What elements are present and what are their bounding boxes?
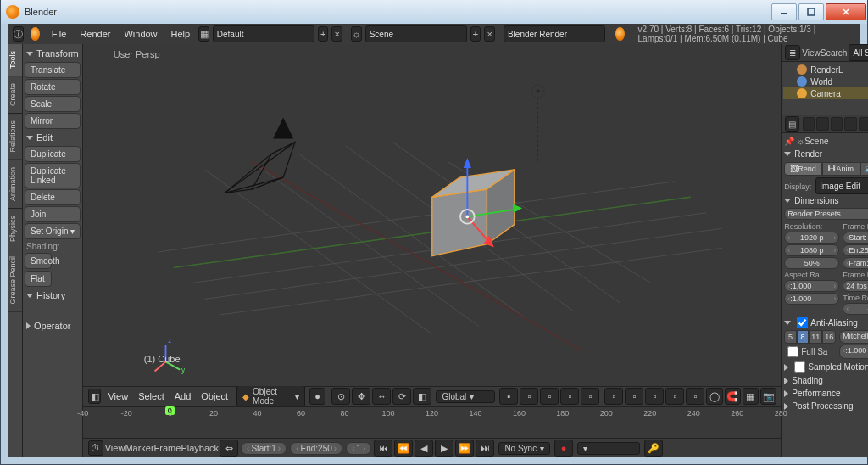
render-presets-dropdown[interactable]: Render Presets▾ + − [784,208,868,220]
frame-current-field[interactable]: ‹1› [346,442,371,455]
render-panel-header[interactable]: Render [784,148,868,160]
full-sample-checkbox[interactable] [787,346,798,357]
scene-icon[interactable]: ☼ [351,26,362,42]
editor-type-timeline-icon[interactable]: ⏱ [88,440,103,456]
outliner-body[interactable]: RenderL World Camera👁 ✎ 📷 [782,62,868,115]
edit-panel-header[interactable]: Edit [25,130,81,145]
render-engine-dropdown[interactable]: Blender Render [504,25,605,42]
outliner-item-renderlayers[interactable]: RenderL [783,64,868,76]
proportional-edit-icon[interactable]: ◯ [706,388,722,405]
post-processing-header[interactable]: Post Processing [784,400,868,412]
shading-header[interactable]: Shading [784,374,868,387]
menu-file[interactable]: File [45,26,74,42]
time-remap-field[interactable]: ‹·1› [843,303,868,315]
menu-window[interactable]: Window [117,26,164,42]
manipulator-translate-icon[interactable]: ↔ [372,388,391,405]
dimensions-panel-header[interactable]: Dimensions [784,194,868,207]
duplicate-linked-button[interactable]: Duplicate Linked [25,163,81,188]
window-maximize-button[interactable] [798,3,824,20]
key-insert-icon[interactable]: 🔑 [644,440,663,457]
performance-header[interactable]: Performance [784,387,868,400]
tool-tab-physics[interactable]: Physics [8,209,22,249]
vp-menu-select[interactable]: Select [133,391,170,401]
vp-menu-add[interactable]: Add [170,391,197,401]
manipulator-scale-icon[interactable]: ◧ [413,388,431,405]
res-x-field[interactable]: ‹1920 p› [784,232,839,244]
operator-panel-header[interactable]: Operator [25,318,81,333]
render-still-button[interactable]: 🖼Rend [784,162,822,176]
aa-checkbox[interactable] [797,317,808,328]
rotate-button[interactable]: Rotate [25,79,81,95]
res-y-field[interactable]: ‹1080 p› [784,244,839,256]
timeline[interactable]: -40-200204060801001201401601802002202402… [83,406,782,438]
prop-tab-scene-icon[interactable] [831,117,843,131]
window-minimize-button[interactable] [771,3,797,20]
aa-filter-dropdown[interactable]: Mitchell-▾ [839,330,868,344]
vp-menu-view[interactable]: View [103,391,133,401]
3d-viewport[interactable]: User Persp [83,44,782,386]
outliner-view[interactable]: View [802,48,821,58]
aa-8-button[interactable]: 8 [797,330,809,344]
layout-remove-button[interactable]: × [331,26,342,42]
render-audio-button[interactable]: 🔊Audio [860,162,868,176]
frame-step-field[interactable]: ‹Fram:1› [843,257,868,269]
aa-11-button[interactable]: 11 [809,330,822,344]
scene-remove-button[interactable]: × [484,26,495,42]
duplicate-button[interactable]: Duplicate [25,146,81,162]
history-panel-header[interactable]: History [25,288,81,303]
tl-menu-frame[interactable]: Frame [154,443,181,453]
outliner-item-camera[interactable]: Camera👁 ✎ 📷 [783,87,868,99]
tl-menu-playback[interactable]: Playback [181,443,219,453]
prop-tab-world-icon[interactable] [844,117,857,131]
aa-16-button[interactable]: 16 [822,330,836,344]
motion-blur-header[interactable]: Sampled Motion Blur [784,360,868,374]
frame-end-prop-field[interactable]: ‹En:250› [843,244,868,256]
keyframe-next-icon[interactable]: ⏩ [455,440,474,457]
render-preview-icon[interactable]: 📷 [760,388,776,405]
outliner-item-world[interactable]: World [783,76,868,87]
pivot-icon[interactable]: ⊙ [331,388,350,405]
menu-help[interactable]: Help [164,26,198,42]
tl-range-icon[interactable]: ⇔ [220,440,238,457]
fps-dropdown[interactable]: 24 fps▾ [843,280,868,292]
orientation-dropdown[interactable]: Global▾ [436,390,495,403]
editor-type-3dview-icon[interactable]: ◧ [88,389,102,404]
autokey-icon[interactable]: ● [554,440,573,457]
viewport-shading-icon[interactable]: ● [309,388,326,405]
tool-tab-tools[interactable]: Tools [8,44,22,76]
tl-menu-view[interactable]: View [105,443,125,453]
transform-panel-header[interactable]: Transform [25,46,81,61]
tool-tab-create[interactable]: Create [8,76,22,114]
aa-5-button[interactable]: 5 [784,330,796,344]
render-anim-button[interactable]: 🎞Anim [822,162,860,176]
motion-blur-checkbox[interactable] [794,361,805,373]
shading-smooth-button[interactable]: Smooth [25,253,52,269]
timeline-scale[interactable]: -40-200204060801001201401601802002202402… [83,407,782,423]
jump-start-icon[interactable]: ⏮ [374,440,392,457]
display-mode-dropdown[interactable]: Image Edit▾ [815,177,868,194]
outliner-filter-dropdown[interactable]: All Sc [849,44,868,61]
scene-add-button[interactable]: + [470,26,481,42]
aspect-x-field[interactable]: ‹:1.000› [784,280,839,292]
prop-tab-render-icon[interactable] [803,117,815,131]
scene-dropdown[interactable]: Scene [365,25,467,42]
vp-menu-object[interactable]: Object [196,391,233,401]
prop-tab-layers-icon[interactable] [816,117,829,131]
play-icon[interactable]: ▶ [435,440,453,457]
menu-render[interactable]: Render [73,26,117,42]
tool-tab-relations[interactable]: Relations [8,114,22,160]
window-close-button[interactable] [826,3,866,20]
delete-button[interactable]: Delete [25,189,81,205]
keying-set-dropdown[interactable]: ▾ [577,442,640,455]
scale-button[interactable]: Scale [25,96,81,112]
snap-type-icon[interactable]: ▦ [743,388,759,405]
tool-tab-grease-pencil[interactable]: Grease Pencil [8,249,22,312]
layout-add-button[interactable]: + [318,26,329,42]
sync-mode-dropdown[interactable]: No Sync▾ [498,442,550,455]
translate-button[interactable]: Translate [25,62,81,78]
aspect-y-field[interactable]: ‹:1.000› [784,293,839,305]
frame-end-field[interactable]: ‹End: 250› [290,442,342,455]
layer-buttons[interactable]: ▪▫▫▫▫ ▫▫▫▫▫ [498,388,705,405]
tl-menu-marker[interactable]: Marker [125,443,153,453]
set-origin-button[interactable]: Set Origin▾ [25,223,81,239]
